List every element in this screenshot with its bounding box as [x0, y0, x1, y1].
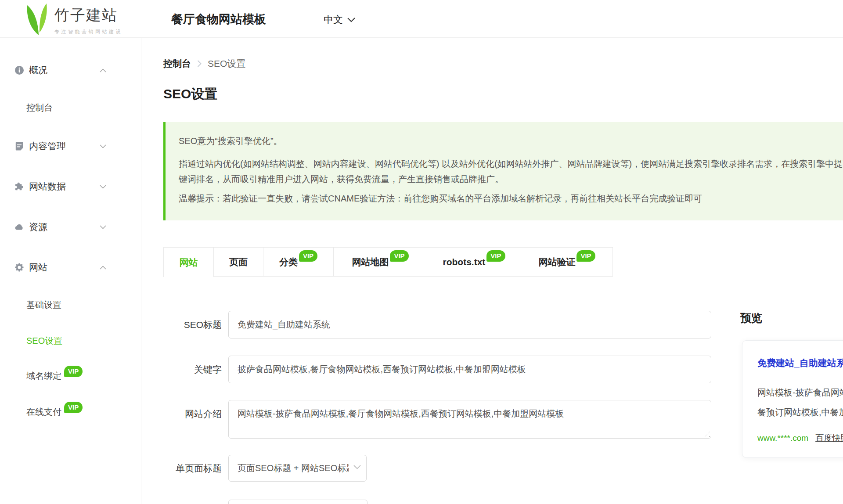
preview-result-title[interactable]: 免费建站_自助建站系统	[757, 356, 843, 370]
page-title-mode-select[interactable]: 页面SEO标题 + 网站SEO标题	[228, 455, 367, 482]
chevron-up-icon	[100, 266, 106, 270]
notice-line-1: SEO意为“搜索引擎优化”。	[179, 133, 843, 148]
seo-title-label: SEO标题	[145, 311, 222, 338]
keywords-input[interactable]: 披萨食品网站模板,餐厅食物网站模板,西餐预订网站模板,中餐加盟网站模板	[228, 356, 711, 383]
sidebar-item-basic-settings[interactable]: 基础设置	[0, 292, 141, 317]
sidebar-item-label: 资源	[29, 221, 47, 233]
vip-badge: VIP	[64, 366, 83, 377]
notice-line-3: 键词排名，从而吸引精准用户进入网站，获得免费流量，产生直接销售或品牌推广。	[179, 172, 843, 187]
tab-sitemap[interactable]: 网站地图VIP	[334, 247, 427, 277]
sidebar-item-label: 控制台	[26, 102, 53, 114]
brand-name: 竹子建站	[54, 5, 122, 25]
vip-badge: VIP	[299, 250, 317, 262]
preview-result-description: 网站模板-披萨食品网站模板,餐厅食物网站模板,西 餐预订网站模板,中餐加盟网站模…	[757, 383, 843, 422]
sidebar-item-seo-settings[interactable]: SEO设置	[0, 328, 141, 353]
next-field-partial[interactable]	[228, 500, 367, 504]
vip-badge: VIP	[486, 250, 505, 262]
sidebar-item-domain-binding[interactable]: 域名绑定VIP	[0, 364, 141, 389]
top-header: 竹子建站 专注智能营销网站建设 餐厅食物网站模板 中文	[0, 0, 843, 38]
vip-badge: VIP	[390, 250, 408, 262]
notice-line-2: 指通过站内优化(如网站结构调整、网站内容建设、网站代码优化等) 以及站外优化(如…	[179, 156, 843, 172]
site-title: 餐厅食物网站模板	[171, 11, 266, 27]
seo-notice-box: SEO意为“搜索引擎优化”。 指通过站内优化(如网站结构调整、网站内容建设、网站…	[163, 122, 843, 220]
brand-tagline: 专注智能营销网站建设	[54, 29, 122, 35]
chevron-right-icon	[197, 60, 202, 67]
search-result-preview-card: 免费建站_自助建站系统 网站模板-披萨食品网站模板,餐厅食物网站模板,西 餐预订…	[742, 340, 843, 458]
page-title-mode-label: 单页面标题	[145, 455, 222, 482]
sidebar-item-label: 内容管理	[29, 140, 66, 152]
sidebar-item-label: 网站数据	[29, 180, 66, 193]
brand-logo-leaf-icon	[25, 4, 49, 35]
gear-icon	[14, 262, 25, 273]
tab-pages[interactable]: 页面	[214, 247, 263, 277]
tab-categories[interactable]: 分类VIP	[263, 247, 334, 277]
chevron-down-icon	[100, 225, 106, 229]
vip-badge: VIP	[576, 250, 595, 262]
language-label: 中文	[324, 13, 343, 26]
chevron-down-icon	[100, 144, 106, 148]
preview-url-line: www.****.com百度快照	[757, 432, 843, 444]
page-title: SEO设置	[163, 85, 217, 103]
sidebar-item-label: 概况	[29, 64, 47, 76]
sidebar: 概况 控制台 内容管理 网站数据 资源	[0, 38, 141, 504]
brand-text-block: 竹子建站 专注智能营销网站建设	[54, 5, 122, 35]
sidebar-item-website[interactable]: 网站	[0, 255, 141, 280]
selected-option: 页面SEO标题 + 网站SEO标题	[238, 462, 349, 474]
chevron-down-icon	[100, 185, 106, 189]
sidebar-item-label: 基础设置	[26, 299, 61, 311]
seo-tabs: 网站 页面 分类VIP 网站地图VIP robots.txtVIP 网站验证VI…	[163, 247, 613, 277]
sidebar-item-label: SEO设置	[26, 335, 62, 347]
sidebar-item-label: 在线支付VIP	[26, 406, 83, 418]
chevron-down-icon	[353, 465, 361, 469]
sidebar-item-site-data[interactable]: 网站数据	[0, 174, 141, 199]
sidebar-item-label: 网站	[29, 261, 47, 274]
keywords-label: 关键字	[145, 356, 222, 383]
tab-site-verification[interactable]: 网站验证VIP	[521, 247, 613, 277]
sidebar-item-label: 域名绑定VIP	[26, 370, 83, 382]
sidebar-item-dashboard[interactable]: 控制台	[0, 95, 141, 120]
description-textarea[interactable]: 网站模板-披萨食品网站模板,餐厅食物网站模板,西餐预订网站模板,中餐加盟网站模板	[228, 400, 711, 439]
description-label: 网站介绍	[145, 400, 222, 428]
sidebar-item-online-payment[interactable]: 在线支付VIP	[0, 400, 141, 425]
breadcrumb-dashboard[interactable]: 控制台	[163, 58, 191, 70]
info-icon	[14, 65, 25, 76]
baidu-snapshot-link[interactable]: 百度快照	[815, 433, 843, 443]
language-selector[interactable]: 中文	[324, 13, 355, 26]
seo-title-input[interactable]: 免费建站_自助建站系统	[228, 311, 711, 338]
preview-url: www.****.com	[757, 433, 808, 443]
breadcrumb-current: SEO设置	[208, 58, 245, 70]
sidebar-item-resources[interactable]: 资源	[0, 215, 141, 239]
tab-robots-txt[interactable]: robots.txtVIP	[427, 247, 521, 277]
sidebar-item-overview[interactable]: 概况	[0, 58, 141, 83]
document-icon	[14, 141, 25, 151]
tab-website[interactable]: 网站	[163, 247, 214, 277]
sidebar-item-content-management[interactable]: 内容管理	[0, 134, 141, 158]
preview-heading: 预览	[740, 311, 762, 325]
breadcrumb: 控制台 SEO设置	[163, 58, 245, 70]
vip-badge: VIP	[64, 402, 83, 413]
chevron-down-icon	[347, 18, 355, 22]
notice-line-4: 温馨提示：若此验证一直失败，请尝试CNAME验证方法：前往您购买域名的平台添加域…	[179, 191, 843, 206]
cloud-icon	[14, 222, 25, 232]
resize-handle[interactable]	[704, 432, 710, 437]
chevron-up-icon	[100, 68, 106, 72]
puzzle-icon	[14, 181, 25, 192]
